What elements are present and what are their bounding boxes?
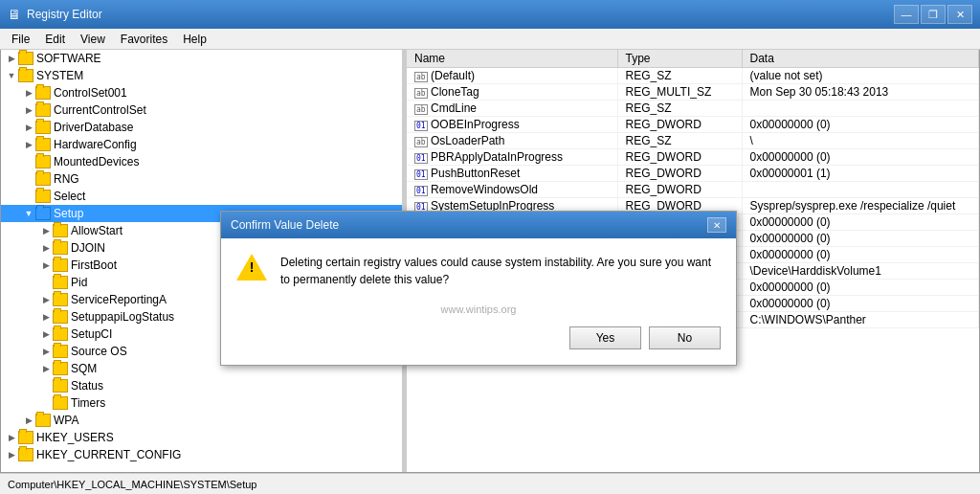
dialog-yes-button[interactable]: Yes	[569, 326, 641, 349]
dialog-buttons: Yes No	[236, 326, 721, 349]
dialog-body: ! Deleting certain registry values could…	[221, 238, 736, 365]
confirm-dialog: Confirm Value Delete ✕ ! Deleting certai…	[220, 211, 737, 366]
dialog-message: Deleting certain registry values could c…	[280, 254, 721, 288]
dialog-overlay: Confirm Value Delete ✕ ! Deleting certai…	[0, 0, 980, 494]
dialog-watermark: www.wintips.org	[236, 303, 721, 315]
dialog-close-button[interactable]: ✕	[707, 217, 726, 233]
dialog-content: ! Deleting certain registry values could…	[236, 254, 721, 288]
warning-icon: !	[236, 254, 267, 284]
warning-exclaim: !	[250, 259, 255, 275]
dialog-no-button[interactable]: No	[649, 326, 721, 349]
dialog-title: Confirm Value Delete	[231, 218, 339, 232]
dialog-title-bar: Confirm Value Delete ✕	[221, 212, 736, 238]
